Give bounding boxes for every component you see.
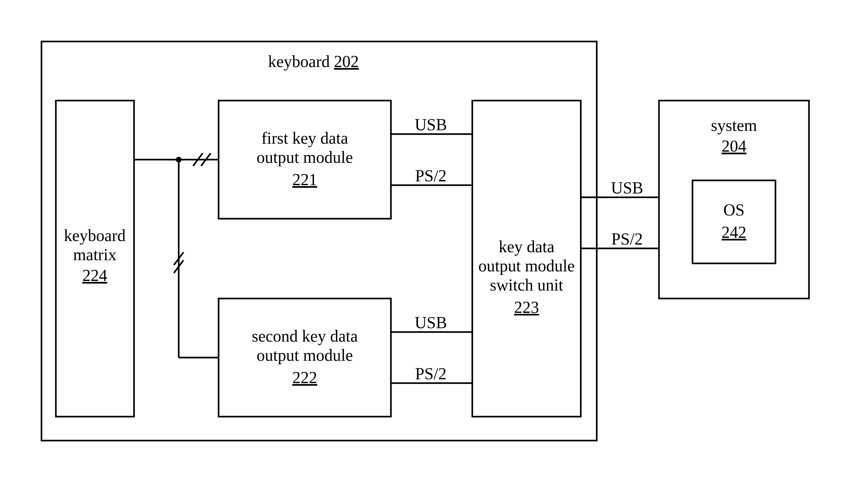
first-module-ref: 221 (292, 171, 317, 189)
os-box: OS 242 (692, 180, 775, 263)
system-ref: 204 (721, 137, 746, 155)
wire-mod1-to-switch: USB PS/2 (391, 116, 472, 185)
keyboard-matrix-ref: 224 (82, 266, 107, 284)
switch-label-2: output module (478, 257, 575, 275)
conn-mod1-ps2: PS/2 (415, 167, 446, 185)
conn-mod1-usb: USB (414, 116, 447, 134)
second-output-module-box: second key data output module 222 (219, 299, 391, 417)
keyboard-matrix-label-1: keyboard (64, 226, 125, 245)
first-module-label-1: first key data (261, 129, 348, 147)
conn-mod2-ps2: PS/2 (415, 365, 446, 383)
second-module-ref: 222 (292, 368, 317, 387)
switch-ref: 223 (514, 298, 539, 316)
os-label: OS (723, 201, 744, 219)
switch-unit-box: key data output module switch unit 223 (472, 100, 581, 417)
conn-mod2-usb: USB (414, 313, 447, 332)
system-container: system 204 (659, 100, 809, 299)
diagram-root: keyboard 202 keyboard matrix 224 first k… (0, 0, 868, 484)
wire-switch-to-system: USB PS/2 (581, 179, 659, 248)
keyboard-label: keyboard 202 (268, 52, 359, 70)
second-module-label-2: output module (256, 346, 353, 364)
wire-mod2-to-switch: USB PS/2 (391, 313, 472, 383)
switch-label-1: key data (499, 238, 555, 256)
svg-rect-6 (692, 180, 775, 263)
keyboard-matrix-box: keyboard matrix 224 (56, 100, 134, 417)
os-ref: 242 (721, 223, 746, 241)
conn-sys-usb: USB (611, 179, 643, 197)
first-output-module-box: first key data output module 221 (219, 100, 391, 219)
switch-label-3: switch unit (490, 276, 563, 294)
second-module-label-1: second key data (252, 327, 358, 345)
first-module-label-2: output module (256, 148, 353, 167)
wire-matrix-to-modules (134, 153, 219, 358)
conn-sys-ps2: PS/2 (612, 230, 643, 248)
keyboard-matrix-label-2: matrix (73, 245, 117, 264)
system-label: system (711, 116, 757, 134)
